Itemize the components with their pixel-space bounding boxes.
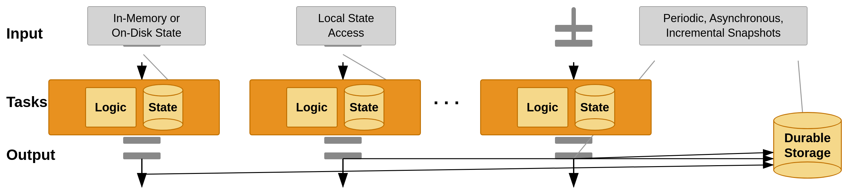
tasks-label: Tasks bbox=[6, 93, 48, 111]
output-label: Output bbox=[6, 146, 55, 163]
durable-storage: DurableStorage bbox=[773, 112, 842, 179]
task-box-3: Logic State bbox=[480, 79, 652, 135]
svg-rect-17 bbox=[324, 152, 362, 159]
input-label: Input bbox=[6, 25, 43, 42]
callout-2: Local State Access bbox=[296, 6, 396, 45]
cyl-bottom-1 bbox=[143, 118, 183, 131]
cyl-top-1 bbox=[143, 84, 183, 96]
diagram: Input Tasks Output Logic State Logic Sta… bbox=[0, 0, 868, 196]
svg-rect-25 bbox=[555, 152, 592, 159]
callout-1: In-Memory or On-Disk State bbox=[87, 6, 206, 45]
state-cylinder-1: State bbox=[143, 84, 183, 131]
logic-box-2: Logic bbox=[286, 87, 338, 127]
task-box-2: Logic State bbox=[249, 79, 421, 135]
state-cylinder-3: State bbox=[575, 84, 615, 131]
svg-rect-24 bbox=[555, 137, 592, 144]
logic-box-1: Logic bbox=[85, 87, 136, 127]
cyl-bottom-2 bbox=[344, 118, 384, 131]
durable-cyl-bottom bbox=[773, 161, 842, 179]
svg-rect-23 bbox=[555, 40, 592, 47]
durable-cyl-top bbox=[773, 112, 842, 129]
svg-line-31 bbox=[574, 152, 773, 159]
state-cylinder-2: State bbox=[344, 84, 384, 131]
svg-rect-16 bbox=[324, 137, 362, 144]
svg-rect-8 bbox=[123, 137, 161, 144]
ellipsis: · · · bbox=[433, 92, 459, 113]
cyl-top-2 bbox=[344, 84, 384, 96]
logic-box-3: Logic bbox=[517, 87, 568, 127]
cyl-bottom-3 bbox=[575, 118, 615, 131]
cyl-top-3 bbox=[575, 84, 615, 96]
callout-3: Periodic, Asynchronous, Incremental Snap… bbox=[639, 6, 807, 45]
svg-rect-22 bbox=[555, 25, 592, 32]
svg-rect-9 bbox=[123, 152, 161, 159]
svg-line-33 bbox=[142, 165, 773, 174]
task-box-1: Logic State bbox=[48, 79, 220, 135]
